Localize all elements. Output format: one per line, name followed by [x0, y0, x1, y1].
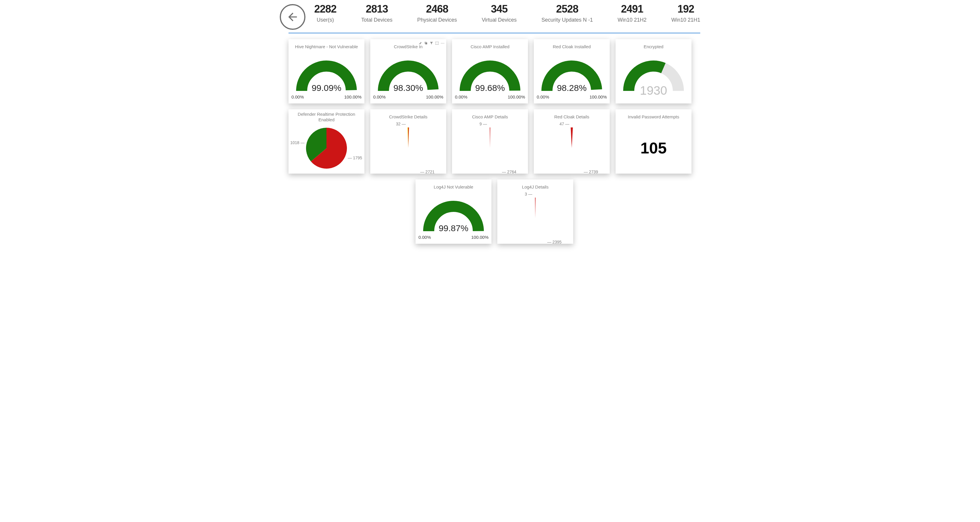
gauge-chart: 99.68% 0.00% 100.00%	[452, 52, 528, 104]
card-title: Log4J Details	[522, 182, 549, 192]
card-title: CrowdStrike Details	[389, 112, 428, 122]
gauge-chart: 1930	[616, 52, 692, 104]
card-crowdstrike-details[interactable]: CrowdStrike Details 32 — — 2721	[370, 109, 446, 174]
gauge-min: 0.00%	[455, 94, 468, 99]
card-log4j-not-vulnerable[interactable]: Log4J Not Vulerable 99.87% 0.00% 100.00%	[415, 179, 492, 244]
pie-svg	[512, 195, 558, 241]
kpi-value: 2813	[366, 3, 388, 15]
card-log4j-details[interactable]: Log4J Details 3 — — 2395	[497, 179, 573, 244]
visual-toolbar: ⋯	[418, 41, 444, 45]
card-encrypted[interactable]: Encrypted 1930	[616, 39, 692, 104]
pie-svg	[303, 125, 350, 172]
pie-svg	[549, 125, 595, 171]
gauge-value: 1930	[640, 84, 667, 97]
gauge-svg	[420, 196, 487, 240]
kpi-label: User(s)	[317, 17, 334, 23]
gauge-max: 100.00%	[508, 94, 525, 99]
card-title: Encrypted	[644, 42, 663, 52]
tile-grid: Hive Nightmare - Not Vulnerable 99.09% 0…	[271, 39, 709, 252]
kpi-physical-devices[interactable]: 2468 Physical Devices	[417, 3, 457, 23]
gauge-max: 100.00%	[344, 94, 361, 99]
kpi-win10-21h2[interactable]: 2491 Win10 21H2	[617, 3, 646, 23]
kpi-label: Physical Devices	[417, 17, 457, 23]
filter-icon[interactable]	[430, 41, 433, 45]
card-hive-nightmare[interactable]: Hive Nightmare - Not Vulnerable 99.09% 0…	[288, 39, 364, 104]
gauge-chart: 98.28% 0.00% 100.00%	[534, 52, 610, 104]
card-title: Cisco AMP Installed	[471, 42, 509, 52]
card-title: Red Cloak Installed	[553, 42, 591, 52]
kpi-win10-21h1[interactable]: 192 Win10 21H1	[671, 3, 700, 23]
gauge-max: 100.00%	[426, 94, 443, 99]
kpi-value: 192	[678, 3, 694, 15]
card-cisco-amp-details[interactable]: Cisco AMP Details 9 — — 2764	[452, 109, 528, 174]
gauge-value: 98.28%	[557, 83, 587, 93]
pie-label-top: 47 —	[560, 121, 569, 126]
kpi-label: Virtual Devices	[482, 17, 517, 23]
card-title: Red Cloak Details	[554, 112, 589, 122]
card-title: Cisco AMP Details	[472, 112, 508, 122]
kpi-total-devices[interactable]: 2813 Total Devices	[361, 3, 393, 23]
pie-chart: 32 — — 2721	[370, 122, 446, 174]
kpi-value: 345	[491, 3, 508, 15]
row-3: Log4J Not Vulerable 99.87% 0.00% 100.00%…	[288, 179, 700, 244]
gauge-min: 0.00%	[418, 235, 431, 239]
gauge-value: 99.09%	[312, 83, 341, 93]
kpi-security-updates[interactable]: 2528 Security Updates N -1	[541, 3, 593, 23]
pie-label-top: 32 —	[396, 121, 406, 126]
kpi-value: 2491	[621, 3, 643, 15]
pie-chart: 9 — — 2764	[452, 122, 528, 174]
gauge-min: 0.00%	[291, 94, 304, 99]
pin-icon[interactable]	[418, 41, 422, 45]
focus-icon[interactable]	[435, 41, 439, 45]
kpi-value: 2528	[556, 3, 578, 15]
kpi-value: 2468	[426, 3, 448, 15]
gauge-svg	[538, 56, 605, 100]
gauge-chart: 98.30% 0.00% 100.00%	[370, 52, 446, 104]
gauge-max: 100.00%	[590, 94, 607, 99]
big-number-value: 105	[616, 122, 692, 174]
pie-label-a: 1018 —	[290, 140, 305, 145]
kpi-label: Total Devices	[361, 17, 393, 23]
header-rule	[288, 33, 700, 34]
pie-label-top: 9 —	[479, 121, 487, 126]
kpi-value: 2282	[314, 3, 336, 15]
header-row: 2282 User(s) 2813 Total Devices 2468 Phy…	[271, 0, 709, 30]
back-button[interactable]	[280, 4, 305, 30]
gauge-value: 98.30%	[393, 83, 423, 93]
gauge-chart: 99.09% 0.00% 100.00%	[288, 52, 364, 104]
pie-chart: 47 — — 2739	[534, 122, 610, 174]
big-number: 105	[616, 122, 692, 174]
card-cisco-amp-installed[interactable]: Cisco AMP Installed 99.68% 0.00% 100.00%	[452, 39, 528, 104]
gauge-min: 0.00%	[373, 94, 386, 99]
gauge-value: 99.68%	[475, 83, 505, 93]
kpi-label: Win10 21H1	[671, 17, 700, 23]
pie-chart: 1018 — — 1795	[288, 123, 364, 174]
gauge-svg	[375, 56, 442, 100]
gauge-min: 0.00%	[537, 94, 549, 99]
pie-label-bottom: — 2721	[420, 169, 434, 174]
more-icon[interactable]: ⋯	[441, 41, 444, 45]
kpi-row: 2282 User(s) 2813 Total Devices 2468 Phy…	[314, 3, 700, 23]
pie-chart: 3 — — 2395	[497, 192, 573, 244]
pie-label-top: 3 —	[525, 192, 532, 196]
pie-label-b: — 1795	[348, 155, 362, 160]
gauge-svg	[457, 56, 523, 100]
kpi-users[interactable]: 2282 User(s)	[314, 3, 336, 23]
kpi-virtual-devices[interactable]: 345 Virtual Devices	[482, 3, 517, 23]
pie-svg	[385, 125, 431, 171]
card-title: Hive Nightmare - Not Vulnerable	[295, 42, 358, 52]
card-defender-realtime[interactable]: Defender Realtime Protection Enabled 101…	[288, 109, 364, 174]
card-crowdstrike-installed[interactable]: ⋯ CrowdStrike In 98.30% 0.00% 100.00%	[370, 39, 446, 104]
dashboard-page: 2282 User(s) 2813 Total Devices 2468 Phy…	[271, 0, 709, 252]
gauge-chart: 99.87% 0.00% 100.00%	[415, 192, 492, 244]
card-red-cloak-installed[interactable]: Red Cloak Installed 98.28% 0.00% 100.00%	[534, 39, 610, 104]
card-title: Invalid Password Attempts	[628, 112, 679, 122]
pie-label-bottom: — 2739	[584, 169, 598, 174]
gauge-value: 99.87%	[439, 223, 468, 233]
pie-label-bottom: — 2764	[502, 169, 516, 174]
copy-icon[interactable]	[424, 41, 428, 45]
card-invalid-password-attempts[interactable]: Invalid Password Attempts 105	[616, 109, 692, 174]
kpi-label: Win10 21H2	[617, 17, 646, 23]
gauge-max: 100.00%	[471, 235, 488, 239]
card-red-cloak-details[interactable]: Red Cloak Details 47 — — 2739	[534, 109, 610, 174]
